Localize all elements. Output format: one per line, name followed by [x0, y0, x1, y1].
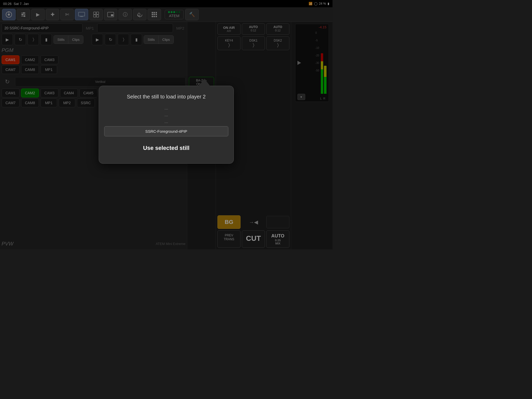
modal-stills-list: --- --- --- SSRC-Foreground-4PIP	[104, 106, 228, 136]
still-dash-2: ---	[104, 113, 228, 119]
modal-title: Select the still to load into player 2	[127, 94, 206, 100]
use-still-btn[interactable]: Use selected still	[143, 145, 190, 151]
still-dash-3: ---	[104, 119, 228, 126]
still-ssrc-foreground[interactable]: SSRC-Foreground-4PIP	[104, 126, 228, 136]
modal-overlay[interactable]: Select the still to load into player 2 -…	[0, 0, 332, 249]
modal-dialog: Select the still to load into player 2 -…	[99, 86, 234, 164]
still-dash-1: ---	[104, 106, 228, 112]
